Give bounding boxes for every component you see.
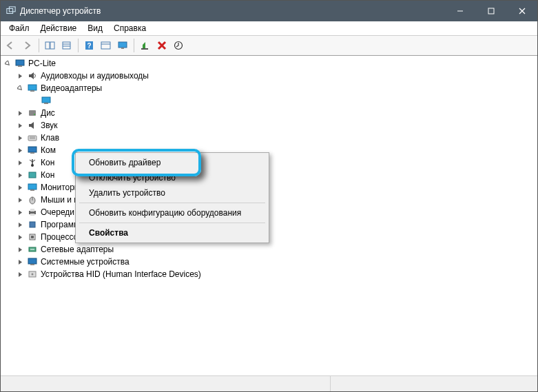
menu-help[interactable]: Справка [108,22,152,34]
enable-device-button[interactable] [138,38,153,53]
tree-item-video-adapter[interactable] [1,94,537,107]
collapse-icon[interactable] [16,84,24,92]
window-title: Диспетчер устройств [20,6,101,16]
software-icon [27,219,38,230]
svg-rect-8 [63,42,70,49]
svg-rect-46 [30,222,35,227]
tree-label: Звук [41,119,58,132]
svg-rect-44 [30,209,34,212]
svg-rect-23 [28,85,37,90]
expand-icon[interactable] [16,146,24,154]
context-properties-label: Свойства [89,228,128,238]
show-hide-tree-button[interactable] [43,38,58,53]
expand-icon[interactable] [16,134,24,142]
expand-icon[interactable] [16,208,24,216]
expand-icon[interactable] [16,270,24,278]
toolbar-separator [39,39,39,52]
svg-rect-25 [42,97,50,103]
tree-label: Клав [41,132,59,144]
svg-rect-38 [29,172,36,178]
tree-root[interactable]: PC-Lite [1,57,537,70]
tree-label: Аудиовходы и аудиовыходы [41,70,149,82]
svg-rect-15 [118,42,127,48]
expand-icon[interactable] [16,233,24,241]
tree-item-disk[interactable]: Дис [1,107,537,119]
status-pane [331,376,537,391]
svg-rect-51 [28,258,37,264]
expand-icon[interactable] [16,220,24,229]
svg-rect-1 [9,7,15,12]
cpu-icon [27,231,38,243]
back-button[interactable] [3,38,19,53]
menu-view[interactable]: Вид [82,22,108,34]
svg-rect-16 [121,48,124,49]
sound-icon [27,120,38,131]
device-manager-window: Диспетчер устройств Файл Действие Вид Сп… [0,0,538,392]
expand-icon[interactable] [16,72,24,80]
statusbar [1,375,537,391]
tree-item-sound[interactable]: Звук [1,119,537,132]
svg-rect-6 [45,42,50,49]
tree-label: Устройства HID (Human Interface Devices) [41,268,201,280]
tree-item-network[interactable]: Сетевые адаптеры [1,243,537,256]
menubar: Файл Действие Вид Справка [1,21,537,35]
tree-label: Системные устройства [41,256,130,268]
printer-icon [27,207,38,218]
toolbar-separator [134,39,134,52]
svg-point-28 [34,114,35,115]
spacer [30,96,38,105]
expand-icon[interactable] [16,109,24,117]
scan-hardware-button[interactable] [99,38,114,53]
svg-rect-52 [30,264,34,265]
mouse-icon [27,194,38,205]
context-menu: Обновить драйвер Отключить устройство Уд… [75,152,269,243]
context-properties[interactable]: Свойства [78,225,267,240]
expand-icon[interactable] [16,121,24,130]
menu-file[interactable]: Файл [3,22,35,34]
context-update-driver[interactable]: Обновить драйвер [78,155,267,170]
keyboard-icon [27,132,38,143]
expand-icon[interactable] [16,183,24,192]
monitor-icon [27,145,38,156]
context-refresh-hw[interactable]: Обновить конфигурацию оборудования [78,205,267,220]
svg-rect-13 [101,42,110,49]
tree-item-audio[interactable]: Аудиовходы и аудиовыходы [1,70,537,82]
audio-icon [27,70,38,81]
tree-label: Кон [41,169,54,181]
tree-label: Кон [41,156,54,169]
update-driver-button[interactable] [171,38,186,53]
tree-label: Ком [41,144,56,156]
tree-label: Видеоадаптеры [41,82,102,94]
disk-icon [27,107,38,118]
display-adapter-icon [41,95,52,106]
menu-action[interactable]: Действие [35,22,83,34]
context-delete-device[interactable]: Удалить устройство [78,185,267,200]
tree-item-video[interactable]: Видеоадаптеры [1,82,537,94]
context-disable-device[interactable]: Отключить устройство [78,170,267,185]
content-area: PC-Lite Аудиовходы и аудиовыходы Видеоад… [1,56,537,375]
tree-item-keyboard[interactable]: Клав [1,132,537,144]
svg-rect-24 [30,90,34,92]
svg-rect-39 [28,184,37,189]
status-pane [1,376,331,391]
help-button[interactable]: ? [82,38,97,53]
expand-icon[interactable] [16,171,24,179]
uninstall-device-button[interactable] [154,38,169,53]
expand-icon[interactable] [16,158,24,167]
properties-button[interactable] [59,38,74,53]
svg-rect-40 [30,189,34,191]
expand-icon[interactable] [16,245,24,254]
expand-icon[interactable] [16,258,24,266]
close-button[interactable] [506,1,537,21]
forward-button[interactable] [20,38,35,53]
svg-rect-48 [31,236,34,238]
svg-rect-26 [44,103,48,104]
titlebar: Диспетчер устройств [1,1,537,21]
monitor-icon-button[interactable] [115,38,130,53]
expand-icon[interactable] [3,59,12,68]
expand-icon[interactable] [16,196,24,204]
minimize-button[interactable] [444,1,475,21]
maximize-button[interactable] [475,1,506,21]
tree-item-hid[interactable]: Устройства HID (Human Interface Devices) [1,268,537,280]
tree-item-system[interactable]: Системные устройства [1,256,537,268]
